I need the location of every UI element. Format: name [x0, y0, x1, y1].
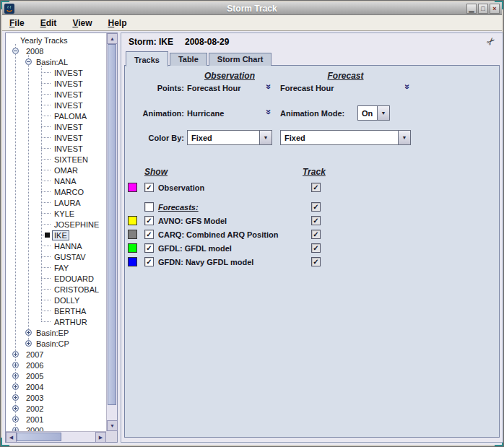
tree-expand-icon[interactable] [12, 351, 19, 357]
tree-expand-icon[interactable] [12, 416, 19, 422]
tree-node-edouard-22[interactable]: EDOUARD [6, 273, 106, 284]
tree-horizontal-scrollbar[interactable]: ◀ ▶ [6, 431, 106, 442]
show-checkbox[interactable]: ✓ [144, 257, 154, 266]
minimize-icon[interactable]: ▁ [466, 4, 477, 14]
scroll-left-icon[interactable]: ◀ [6, 432, 17, 443]
tree-node-sixteen-11[interactable]: SIXTEEN [6, 154, 106, 165]
horizontal-scroll-thumb[interactable] [17, 433, 61, 441]
menu-file[interactable]: File [6, 17, 27, 30]
tree-node-basin-al-2[interactable]: Basin:AL [6, 56, 106, 67]
tree-node-bertha-25[interactable]: BERTHA [6, 305, 106, 316]
color-swatch[interactable] [128, 243, 137, 253]
track-checkbox[interactable]: ✓ [311, 216, 321, 225]
tree-node-invest-3[interactable]: INVEST [6, 67, 106, 78]
menu-view[interactable]: View [69, 17, 95, 30]
tree-node-cristobal-23[interactable]: CRISTOBAL [6, 284, 106, 295]
show-checkbox[interactable]: ✓ [144, 243, 154, 253]
color-by-forecast-combobox[interactable]: Fixed ▼ [280, 130, 411, 145]
combo-arrow-icon[interactable]: ▼ [398, 131, 410, 144]
tree-expand-icon[interactable] [12, 362, 19, 368]
tree-node-ike-18[interactable]: IKE [6, 230, 106, 240]
track-checkbox[interactable]: ✓ [311, 230, 321, 239]
tree-node-2008-1[interactable]: 2008 [6, 45, 106, 56]
tree-expand-icon[interactable] [12, 373, 19, 379]
tree-expand-icon[interactable] [12, 383, 19, 390]
tree-node-basin-ep-27[interactable]: Basin:EP [6, 327, 106, 338]
track-checkbox[interactable]: ✓ [311, 243, 321, 253]
close-icon[interactable]: × [490, 4, 500, 14]
scroll-down-icon[interactable]: ▼ [107, 420, 118, 431]
tree-node-2005-31[interactable]: 2005 [6, 370, 106, 381]
tree-node-2001-35[interactable]: 2001 [6, 414, 106, 425]
tree-node-gustav-20[interactable]: GUSTAV [6, 251, 106, 262]
tree-node-label: LAURA [53, 199, 82, 207]
tree-node-label: 2006 [25, 361, 45, 370]
show-checkbox[interactable]: ✓ [144, 183, 154, 192]
tree-node-dolly-24[interactable]: DOLLY [6, 295, 106, 305]
animation-mode-combobox[interactable]: On ▼ [357, 105, 390, 121]
tree-collapse-icon[interactable] [12, 48, 19, 54]
tree-node-invest-9[interactable]: INVEST [6, 132, 106, 143]
combo-arrow-icon[interactable]: ▼ [377, 106, 389, 120]
tree-node-2006-30[interactable]: 2006 [6, 360, 106, 370]
tree-node-invest-6[interactable]: INVEST [6, 100, 106, 110]
tree-node-invest-4[interactable]: INVEST [6, 78, 106, 89]
tree-node-yearly-tracks-0[interactable]: Yearly Tracks [6, 35, 106, 45]
color-by-observation-combobox[interactable]: Fixed ▼ [187, 130, 272, 145]
color-swatch[interactable] [128, 230, 137, 239]
tree-node-marco-14[interactable]: MARCO [6, 186, 106, 197]
track-checkbox[interactable]: ✓ [311, 183, 321, 192]
points-forecast-chevron-icon[interactable]: » [402, 82, 412, 92]
tree-node-invest-10[interactable]: INVEST [6, 143, 106, 154]
tree-node-fay-21[interactable]: FAY [6, 262, 106, 273]
tree-node-arthur-26[interactable]: ARTHUR [6, 316, 106, 327]
scroll-right-icon[interactable]: ▶ [95, 432, 106, 443]
tree-node-2007-29[interactable]: 2007 [6, 349, 106, 360]
maximize-icon[interactable]: □ [478, 4, 488, 14]
tab-tracks[interactable]: Tracks [126, 51, 168, 66]
title-bar[interactable]: Storm Track ▁ □ × [2, 2, 502, 15]
tree-node-basin-cp-28[interactable]: Basin:CP [6, 338, 106, 349]
tree-node-invest-5[interactable]: INVEST [6, 89, 106, 100]
tree-node-2003-33[interactable]: 2003 [6, 392, 106, 403]
points-observation-chevron-icon[interactable]: » [264, 82, 274, 92]
tree-expand-icon[interactable] [25, 340, 32, 347]
tab-storm-chart[interactable]: Storm Chart [209, 53, 272, 66]
color-swatch[interactable] [128, 257, 137, 266]
menu-edit[interactable]: Edit [38, 17, 60, 30]
show-checkbox[interactable] [144, 202, 154, 212]
tab-table[interactable]: Table [170, 53, 207, 66]
tree-node-2000-36[interactable]: 2000 [6, 425, 106, 431]
color-swatch[interactable] [128, 183, 137, 192]
track-checkbox[interactable]: ✓ [311, 257, 321, 266]
vertical-scroll-thumb[interactable] [108, 44, 116, 405]
storm-name-label: Storm: IKE [129, 37, 173, 47]
tree-node-josephine-17[interactable]: JOSEPHINE [6, 219, 106, 230]
menu-help[interactable]: Help [105, 17, 130, 30]
tree-collapse-icon[interactable] [25, 58, 32, 65]
cut-icon[interactable]: ✂ [484, 34, 498, 48]
scroll-up-icon[interactable]: ▲ [107, 33, 118, 44]
window-title: Storm Track [2, 4, 502, 14]
tree-expand-icon[interactable] [12, 405, 19, 412]
tree-node-2004-32[interactable]: 2004 [6, 381, 106, 392]
tree-node-invest-8[interactable]: INVEST [6, 121, 106, 132]
combo-arrow-icon[interactable]: ▼ [259, 131, 271, 144]
show-checkbox[interactable]: ✓ [144, 230, 154, 239]
animation-chevron-icon[interactable]: » [264, 107, 274, 117]
tree-expand-icon[interactable] [25, 329, 32, 336]
tree-expand-icon[interactable] [12, 427, 19, 431]
tree-node-omar-12[interactable]: OMAR [6, 165, 106, 175]
tree-node-2002-34[interactable]: 2002 [6, 403, 106, 414]
color-swatch[interactable] [128, 216, 137, 225]
tree-expand-icon[interactable] [12, 394, 19, 401]
tree-node-hanna-19[interactable]: HANNA [6, 240, 106, 251]
tree-node-kyle-16[interactable]: KYLE [6, 208, 106, 219]
show-checkbox[interactable]: ✓ [144, 216, 154, 225]
track-checkbox[interactable]: ✓ [311, 202, 321, 212]
tree-node-nana-13[interactable]: NANA [6, 175, 106, 186]
tree-vertical-scrollbar[interactable]: ▲ ▼ [106, 33, 117, 431]
tree-node-laura-15[interactable]: LAURA [6, 197, 106, 208]
swatch-spacer [128, 202, 137, 212]
tree-node-paloma-7[interactable]: PALOMA [6, 110, 106, 121]
